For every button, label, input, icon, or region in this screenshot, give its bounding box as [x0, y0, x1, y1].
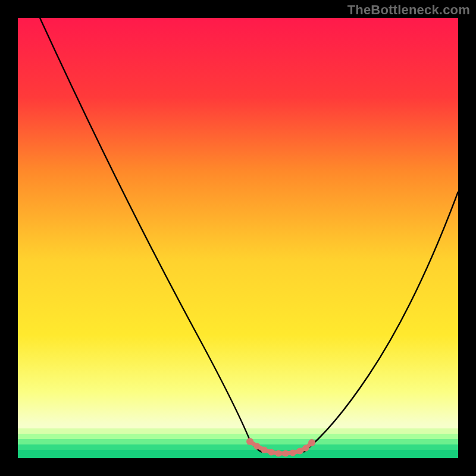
watermark-text: TheBottleneck.com — [347, 2, 470, 18]
svg-point-5 — [246, 438, 253, 445]
bottleneck-chart-svg — [0, 0, 476, 476]
svg-point-8 — [268, 449, 275, 456]
plot-gradient-bg — [18, 18, 458, 458]
svg-rect-2 — [18, 439, 458, 444]
svg-point-12 — [297, 448, 303, 455]
svg-rect-1 — [18, 434, 458, 439]
chart-container: TheBottleneck.com — [0, 0, 476, 476]
svg-point-7 — [261, 447, 268, 453]
svg-rect-0 — [18, 428, 458, 434]
svg-rect-4 — [18, 450, 458, 458]
svg-point-9 — [275, 450, 282, 457]
svg-rect-3 — [18, 444, 458, 450]
svg-point-14 — [308, 439, 315, 446]
svg-point-13 — [303, 445, 309, 452]
svg-point-10 — [283, 450, 289, 457]
svg-point-6 — [254, 443, 261, 450]
svg-point-11 — [290, 450, 296, 456]
bottom-stripes — [18, 428, 458, 458]
